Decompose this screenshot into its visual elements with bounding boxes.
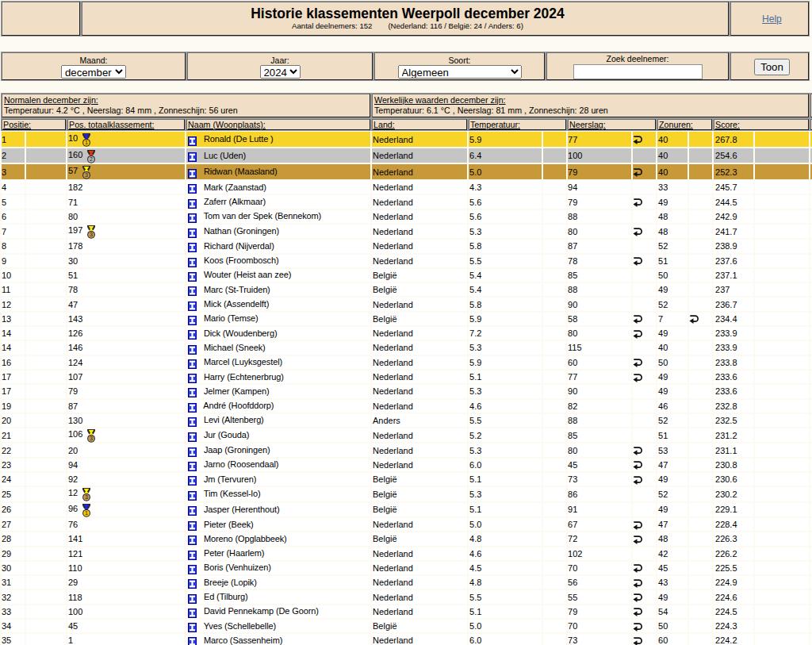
svg-text:1: 1 [85,510,88,516]
svg-text:3: 3 [90,436,93,442]
svg-text:3: 3 [90,232,93,238]
svg-text:2: 2 [90,156,93,162]
svg-text:3: 3 [85,495,88,501]
svg-text:1: 1 [85,140,88,145]
svg-text:3: 3 [85,173,88,179]
